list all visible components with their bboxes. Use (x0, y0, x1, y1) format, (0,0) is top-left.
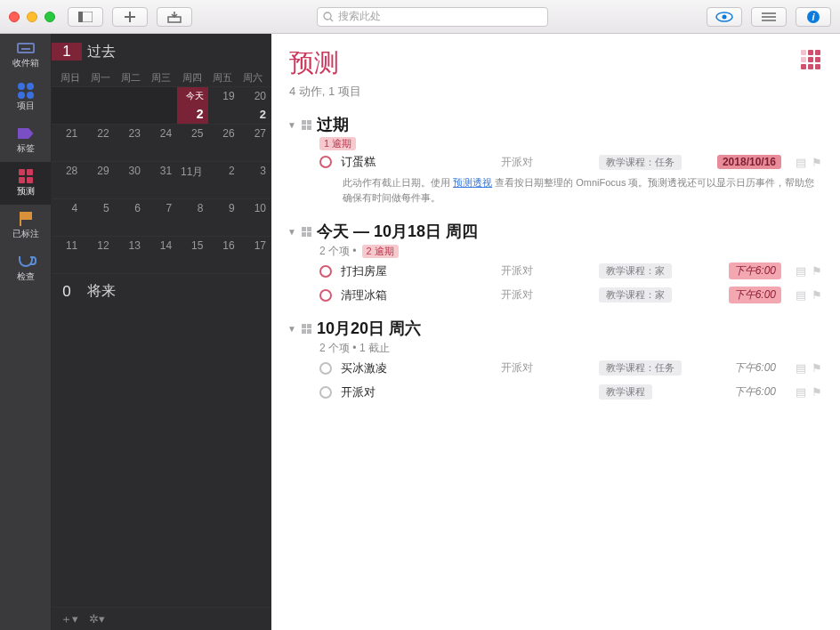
task-checkbox[interactable] (319, 289, 332, 302)
task-tag: 教学课程：家 (599, 287, 672, 303)
note-icon[interactable]: ▤ (796, 156, 806, 169)
task-checkbox[interactable] (319, 362, 332, 375)
sidebar-item-forecast[interactable]: 预测 (0, 162, 51, 205)
cal-cell-today[interactable]: 今天 2 (177, 86, 208, 124)
cal-cell[interactable] (146, 86, 177, 124)
past-row[interactable]: 1 过去 (52, 34, 271, 69)
window-titlebar: 搜索此处 i (0, 0, 840, 34)
projects-icon (18, 83, 34, 99)
cal-cell[interactable]: 8 (177, 198, 208, 236)
flag-icon[interactable]: ⚑ (812, 288, 822, 302)
close-window-button[interactable] (9, 12, 20, 22)
cal-cell[interactable]: 27 (240, 124, 271, 161)
note-icon[interactable]: ▤ (796, 361, 806, 375)
cal-cell[interactable]: 21 (52, 124, 83, 161)
task-checkbox[interactable] (319, 386, 332, 399)
minimize-window-button[interactable] (27, 12, 37, 22)
cal-cell[interactable]: 22 (83, 124, 114, 161)
cal-cell[interactable]: 15 (177, 236, 208, 273)
flag-icon[interactable]: ⚑ (812, 264, 822, 278)
flag-icon[interactable]: ⚑ (812, 156, 822, 169)
inspector-button[interactable]: i (796, 7, 831, 27)
cal-cell[interactable]: 14 (146, 236, 177, 273)
svg-rect-1 (78, 12, 83, 22)
view-options-button[interactable] (707, 7, 742, 27)
cal-cell[interactable]: 11月 (177, 161, 208, 198)
weekday: 周六 (238, 71, 268, 85)
cal-cell[interactable]: 30 (115, 161, 146, 198)
cal-cell[interactable]: 5 (83, 198, 114, 236)
sidebar-item-review[interactable]: 检查 (0, 247, 51, 290)
list-view-button[interactable] (751, 7, 787, 27)
cal-cell[interactable]: 4 (52, 198, 83, 236)
calendar-footer: ＋▾ ✲▾ (52, 607, 271, 630)
cal-cell[interactable]: 23 (115, 124, 146, 161)
cleanup-button[interactable] (157, 7, 192, 27)
main-header: 预测 4 动作, 1 项目 (271, 34, 840, 109)
note-icon[interactable]: ▤ (796, 264, 806, 278)
add-menu-button[interactable]: ＋▾ (61, 611, 78, 627)
forecast-link[interactable]: 预测透视 (453, 177, 492, 188)
zoom-window-button[interactable] (44, 12, 55, 22)
weekday-header: 周日 周一 周二 周三 周四 周五 周六 (52, 69, 271, 86)
disclosure-triangle-icon[interactable]: ▼ (287, 227, 296, 237)
flag-icon[interactable]: ⚑ (812, 361, 822, 375)
sidebar-item-projects[interactable]: 项目 (0, 77, 51, 119)
cal-cell[interactable]: 6 (115, 198, 146, 236)
cal-cell[interactable]: 2 (208, 161, 239, 198)
toggle-sidebar-button[interactable] (68, 7, 103, 27)
disclosure-triangle-icon[interactable]: ▼ (287, 120, 296, 130)
cal-cell[interactable]: 11 (52, 236, 83, 273)
svg-point-8 (723, 14, 727, 19)
perspective-grid-icon[interactable] (801, 50, 822, 71)
cal-cell[interactable]: 31 (146, 161, 177, 198)
cal-cell[interactable]: 13 (115, 236, 146, 273)
cal-cell[interactable]: 17 (240, 236, 271, 273)
svg-point-5 (324, 12, 331, 20)
task-due: 下午6:00 (729, 384, 781, 400)
task-row[interactable]: 买冰激凌 开派对 教学课程：任务 下午6:00 ▤⚑ (282, 356, 829, 380)
sidebar-item-flagged[interactable]: 已标注 (0, 205, 51, 247)
note-icon[interactable]: ▤ (796, 385, 806, 399)
tag-icon (18, 128, 34, 139)
cal-cell[interactable]: 9 (208, 198, 239, 236)
sidebar-item-tags[interactable]: 标签 (0, 119, 51, 162)
svg-line-6 (330, 19, 333, 21)
task-row[interactable]: 订蛋糕 开派对 教学课程：任务 2018/10/16 ▤⚑ (282, 150, 829, 174)
task-checkbox[interactable] (319, 265, 332, 278)
search-field[interactable]: 搜索此处 (317, 7, 548, 27)
task-row[interactable]: 打扫房屋 开派对 教学课程：家 下午6:00 ▤⚑ (282, 259, 829, 283)
cal-cell[interactable]: 12 (83, 236, 114, 273)
cal-cell[interactable]: 24 (146, 124, 177, 161)
note-icon[interactable]: ▤ (796, 288, 806, 302)
cal-cell[interactable] (83, 86, 114, 124)
add-button[interactable] (112, 7, 148, 27)
sidebar-item-inbox[interactable]: 收件箱 (0, 34, 51, 77)
future-row[interactable]: 0 将来 (52, 273, 271, 309)
cal-cell[interactable]: 19 (208, 86, 239, 124)
forecast-icon (19, 169, 33, 183)
section-meta-text: 2 个项 • 1 截止 (319, 341, 390, 356)
disclosure-triangle-icon[interactable]: ▼ (287, 324, 296, 334)
task-checkbox[interactable] (319, 156, 332, 168)
cal-cell[interactable]: 202 (240, 86, 271, 124)
flag-icon (20, 212, 32, 226)
cal-cell[interactable]: 29 (83, 161, 114, 198)
flag-icon[interactable]: ⚑ (812, 385, 822, 399)
cal-cell[interactable]: 26 (208, 124, 239, 161)
cal-cell[interactable]: 10 (240, 198, 271, 236)
cal-cell[interactable]: 16 (208, 236, 239, 273)
cal-cell[interactable]: 7 (146, 198, 177, 236)
cal-cell[interactable]: 28 (52, 161, 83, 198)
main-content: 预测 4 动作, 1 项目 ▼ 过期 1 逾期 订蛋糕 开派对 教学课程：任务 … (271, 34, 840, 630)
gear-menu-button[interactable]: ✲▾ (89, 612, 105, 626)
task-row[interactable]: 清理冰箱 开派对 教学课程：家 下午6:00 ▤⚑ (282, 283, 829, 307)
cal-cell[interactable] (52, 86, 83, 124)
task-project: 开派对 (501, 155, 590, 170)
past-label: 过去 (82, 43, 116, 61)
section-overdue: ▼ 过期 1 逾期 订蛋糕 开派对 教学课程：任务 2018/10/16 ▤⚑ … (271, 109, 840, 215)
cal-cell[interactable]: 25 (177, 124, 208, 161)
cal-cell[interactable] (115, 86, 146, 124)
cal-cell[interactable]: 3 (240, 161, 271, 198)
task-row[interactable]: 开派对 教学课程 下午6:00 ▤⚑ (282, 380, 829, 404)
